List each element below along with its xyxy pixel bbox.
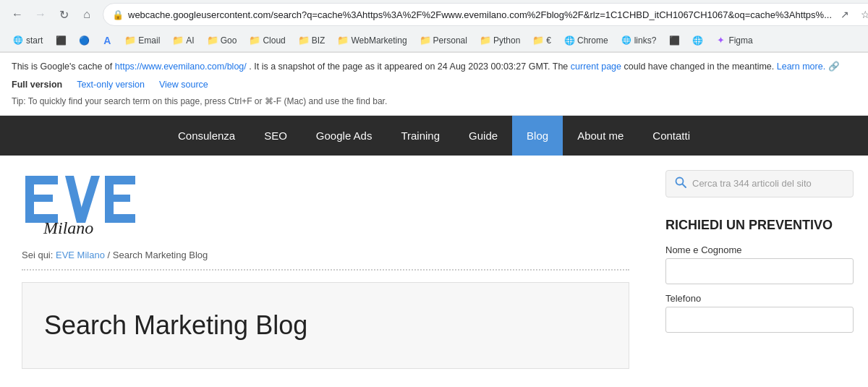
blog-title: Search Marketing Blog xyxy=(44,310,307,341)
browser-toolbar: ← → ↻ ⌂ 🔒 webcache.googleusercontent.com… xyxy=(0,0,868,29)
bookmark-euro[interactable]: 📁 € xyxy=(527,33,557,48)
nav-items: Consulenza SEO Google Ads Training Guide… xyxy=(163,116,705,156)
folder-icon: 📁 xyxy=(208,35,218,46)
folder-icon: 📁 xyxy=(125,35,135,46)
nav-google-ads[interactable]: Google Ads xyxy=(302,116,387,156)
folder-icon: 📁 xyxy=(173,35,183,46)
current-page-link[interactable]: current page xyxy=(571,61,621,72)
nav-seo[interactable]: SEO xyxy=(250,116,302,156)
eve-logo-svg: Milano xyxy=(22,170,137,235)
cache-actions: Full version Text-only version View sour… xyxy=(12,78,856,92)
cached-url-link[interactable]: https://www.evemilano.com/blog/ xyxy=(115,61,247,72)
figma-icon: ✦ xyxy=(715,35,726,46)
folder-icon: 📁 xyxy=(420,35,430,46)
bookmark-label: Python xyxy=(493,35,520,46)
bookmark-label: Email xyxy=(138,35,160,46)
cache-banner: This is Google's cache of https://www.ev… xyxy=(0,53,868,116)
bookmark-links[interactable]: 🌐 links? xyxy=(616,33,663,48)
nav-contatti[interactable]: Contatti xyxy=(638,116,705,156)
bookmark-label: Chrome xyxy=(577,35,608,46)
nav-training[interactable]: Training xyxy=(386,116,454,156)
breadcrumb-current: Search Marketing Blog xyxy=(113,250,208,260)
svg-line-12 xyxy=(683,184,686,187)
svg-text:Milano: Milano xyxy=(43,218,93,235)
url-text: webcache.googleusercontent.com/search?q=… xyxy=(128,9,832,20)
nav-about-me[interactable]: About me xyxy=(563,116,638,156)
site-nav: Consulenza SEO Google Ads Training Guide… xyxy=(0,116,868,156)
nav-buttons: ← → ↻ ⌂ xyxy=(7,4,97,25)
black-square-icon: ⬛ xyxy=(669,35,679,46)
nome-label: Nome e Cognome xyxy=(665,244,854,255)
bookmark-biz[interactable]: 📁 BIZ xyxy=(293,33,331,48)
logo-area: Milano xyxy=(22,170,629,235)
bookmark-ai[interactable]: 📁 AI xyxy=(167,33,200,48)
svg-rect-2 xyxy=(25,195,53,202)
sidebar-form: RICHIEDI UN PREVENTIVO Nome e Cognome Te… xyxy=(665,218,854,341)
apps-icon: ⬛ xyxy=(56,35,66,46)
learn-more-link[interactable]: Learn more. xyxy=(777,61,825,72)
browser-chrome: ← → ↻ ⌂ 🔒 webcache.googleusercontent.com… xyxy=(0,0,868,53)
globe-icon: 🌐 xyxy=(621,35,631,46)
address-actions: ↗ ☆ xyxy=(836,6,868,23)
telefono-label: Telefono xyxy=(665,293,854,304)
svg-rect-7 xyxy=(105,176,135,184)
bookmark-label: AI xyxy=(186,35,194,46)
breadcrumb: Sei qui: EVE Milano / Search Marketing B… xyxy=(22,250,629,260)
folder-icon: 📁 xyxy=(338,35,348,46)
bookmark-personal[interactable]: 📁 Personal xyxy=(414,33,473,48)
search-box[interactable]: Cerca tra 344 articoli del sito xyxy=(665,170,854,197)
back-button[interactable]: ← xyxy=(7,4,27,25)
blog-header-box: Search Marketing Blog xyxy=(22,282,629,369)
folder-icon: 📁 xyxy=(299,35,309,46)
svg-rect-1 xyxy=(25,176,58,184)
start-icon: 🌐 xyxy=(13,35,23,46)
bookmark-email[interactable]: 📁 Email xyxy=(119,33,166,48)
bookmark-label: BIZ xyxy=(312,35,326,46)
sidebar-right: Cerca tra 344 articoli del sito RICHIEDI… xyxy=(651,156,868,383)
bookmarks-bar: 🌐 start ⬛ 🔵 A 📁 Email 📁 AI 📁 Goo 📁 Cloud xyxy=(0,29,868,52)
bookmark-icon1[interactable]: ⬛ xyxy=(50,33,72,48)
globe2-icon: 🌐 xyxy=(692,35,702,46)
folder-icon: 📁 xyxy=(250,35,260,46)
svg-rect-9 xyxy=(105,214,135,223)
address-bar[interactable]: 🔒 webcache.googleusercontent.com/search?… xyxy=(103,3,868,26)
bookmark-button[interactable]: ☆ xyxy=(856,6,868,23)
nav-consulenza[interactable]: Consulenza xyxy=(163,116,250,156)
bookmark-icon3[interactable]: A xyxy=(96,33,118,48)
bookmark-webmarketing[interactable]: 📁 WebMarketing xyxy=(332,33,412,48)
bookmark-python[interactable]: 📁 Python xyxy=(475,33,526,48)
svg-rect-8 xyxy=(105,195,130,202)
view-source-link[interactable]: View source xyxy=(159,78,208,92)
reload-button[interactable]: ↻ xyxy=(54,4,74,25)
bookmark-label: links? xyxy=(634,35,657,46)
bookmark-icon5[interactable]: 🌐 xyxy=(686,33,708,48)
breadcrumb-home-link[interactable]: EVE Milano xyxy=(56,250,105,260)
cache-info-text: This is Google's cache of https://www.ev… xyxy=(12,60,856,74)
svg-marker-5 xyxy=(77,176,100,223)
bookmark-chrome[interactable]: 🌐 Chrome xyxy=(558,33,614,48)
eve-logo: Milano xyxy=(22,170,629,235)
bookmark-label: € xyxy=(546,35,551,46)
bookmark-icon2[interactable]: 🔵 xyxy=(73,33,95,48)
bookmark-cloud[interactable]: 📁 Cloud xyxy=(244,33,291,48)
search-icon xyxy=(675,177,686,191)
full-version-link[interactable]: Full version xyxy=(12,78,62,92)
ads-icon: A xyxy=(102,35,112,46)
text-only-link[interactable]: Text-only version xyxy=(77,78,145,92)
telefono-input[interactable] xyxy=(665,307,854,333)
content-left: Milano Sei qui: EVE Milano / Search Mark… xyxy=(0,156,651,383)
bookmark-icon4[interactable]: ⬛ xyxy=(663,33,685,48)
bookmark-label: start xyxy=(26,35,43,46)
bookmark-figma[interactable]: ✦ Figma xyxy=(710,33,758,48)
nome-input[interactable] xyxy=(665,258,854,284)
nav-blog[interactable]: Blog xyxy=(512,116,563,156)
home-button[interactable]: ⌂ xyxy=(77,4,97,25)
share-button[interactable]: ↗ xyxy=(836,6,854,23)
main-content: Milano Sei qui: EVE Milano / Search Mark… xyxy=(0,156,868,383)
cache-tip: Tip: To quickly find your search term on… xyxy=(12,95,856,108)
forward-button[interactable]: → xyxy=(30,4,51,25)
bookmark-label: Goo xyxy=(221,35,237,46)
bookmark-goo[interactable]: 📁 Goo xyxy=(202,33,243,48)
bookmark-start[interactable]: 🌐 start xyxy=(7,33,48,48)
nav-guide[interactable]: Guide xyxy=(454,116,512,156)
